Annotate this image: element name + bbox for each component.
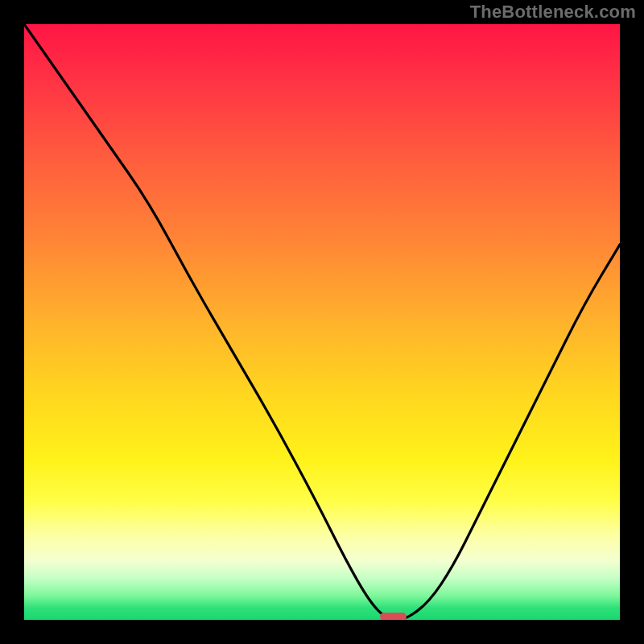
attribution-label: TheBottleneck.com [470,2,636,23]
chart-canvas: TheBottleneck.com [0,0,644,644]
bottleneck-curve [24,24,620,620]
optimum-marker [380,613,407,620]
plot-area [24,24,620,620]
